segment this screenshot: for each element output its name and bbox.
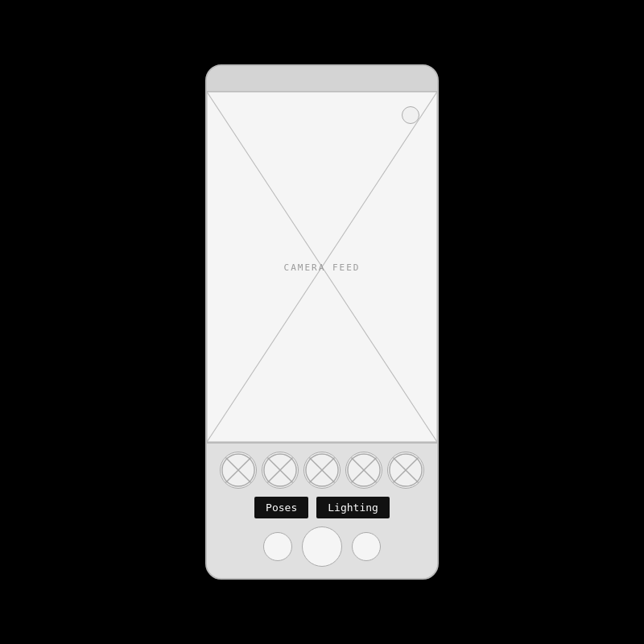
thumbnail-item-2[interactable]	[262, 452, 299, 489]
controls-row	[263, 526, 381, 567]
camera-feed-label: CAMERA FEED	[284, 262, 361, 272]
lighting-button[interactable]: Lighting	[316, 497, 390, 518]
control-right-button[interactable]	[352, 532, 381, 561]
bottom-panel: Poses Lighting	[207, 444, 437, 578]
device-frame: CAMERA FEED	[205, 64, 439, 580]
camera-feed-area: CAMERA FEED	[207, 92, 437, 444]
control-left-button[interactable]	[263, 532, 292, 561]
thumbnail-item-1[interactable]	[220, 452, 257, 489]
control-center-button[interactable]	[302, 526, 342, 567]
thumbnail-strip	[213, 452, 431, 489]
thumbnail-item-4[interactable]	[345, 452, 382, 489]
thumbnail-item-3[interactable]	[303, 452, 341, 489]
camera-dot	[402, 106, 419, 124]
buttons-row: Poses Lighting	[254, 497, 390, 518]
thumbnail-item-5[interactable]	[387, 452, 424, 489]
poses-button[interactable]: Poses	[254, 497, 308, 518]
top-bar	[207, 66, 437, 92]
